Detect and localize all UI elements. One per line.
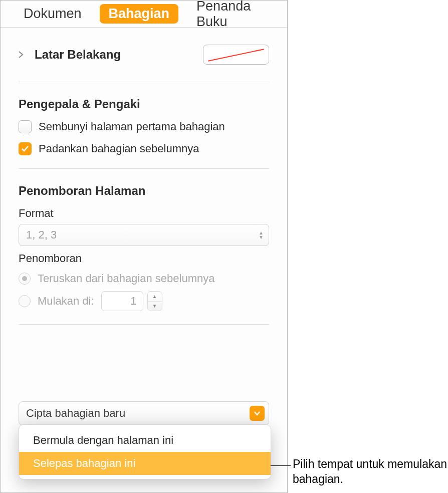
divider (19, 82, 269, 82)
inspector-panel: Dokumen Bahagian Penanda Buku Latar Bela… (0, 0, 288, 493)
stepper-down[interactable]: ▼ (148, 302, 162, 311)
format-label: Format (19, 207, 269, 220)
match-previous-checkbox[interactable] (19, 142, 32, 155)
format-value: 1, 2, 3 (26, 228, 57, 241)
background-label: Latar Belakang (35, 48, 121, 62)
match-previous-checkbox-row[interactable]: Padankan bahagian sebelumnya (19, 142, 269, 155)
start-at-stepper[interactable]: ▲ ▼ (147, 291, 162, 311)
header-footer-heading: Pengepala & Pengaki (19, 97, 269, 111)
continue-radio-label: Teruskan dari bahagian sebelumnya (38, 272, 214, 285)
tab-dokumen[interactable]: Dokumen (15, 4, 91, 24)
create-section-button[interactable]: Cipta bahagian baru (19, 401, 269, 425)
hide-first-page-label: Sembunyi halaman pertama bahagian (39, 120, 225, 133)
callout-text: Pilih tempat untuk memulakan bahagian. (293, 457, 448, 487)
start-at-radio[interactable] (19, 295, 31, 307)
continue-radio-row[interactable]: Teruskan dari bahagian sebelumnya (19, 272, 269, 285)
tab-bahagian[interactable]: Bahagian (100, 4, 179, 24)
background-disclosure[interactable]: Latar Belakang (19, 48, 121, 62)
page-numbering-heading: Penomboran Halaman (19, 184, 269, 198)
numbering-label: Penomboran (19, 252, 269, 265)
background-color-well[interactable] (203, 45, 269, 65)
menu-item-after-this[interactable]: Selepas bahagian ini (19, 452, 271, 475)
continue-radio[interactable] (19, 273, 31, 285)
chevron-down-icon (250, 406, 265, 421)
divider (19, 324, 269, 325)
callout-line (271, 465, 291, 466)
create-section-menu: Bermula dengan halaman ini Selepas bahag… (19, 424, 271, 479)
divider (19, 168, 269, 169)
hide-first-page-checkbox[interactable] (19, 120, 32, 133)
callout: Pilih tempat untuk memulakan bahagian. (271, 462, 271, 462)
chevron-right-icon (19, 48, 26, 61)
format-select[interactable]: 1, 2, 3 ▲▼ (19, 224, 269, 246)
updown-icon: ▲▼ (259, 231, 264, 239)
match-previous-label: Padankan bahagian sebelumnya (39, 142, 199, 155)
menu-item-start-here[interactable]: Bermula dengan halaman ini (19, 429, 271, 452)
stepper-up[interactable]: ▲ (148, 292, 162, 302)
tab-bar: Dokumen Bahagian Penanda Buku (1, 1, 287, 28)
tab-penanda-buku[interactable]: Penanda Buku (187, 0, 273, 32)
start-at-radio-label: Mulakan di: (38, 295, 94, 308)
start-at-input[interactable] (101, 291, 143, 311)
start-at-radio-row[interactable]: Mulakan di: ▲ ▼ (19, 291, 269, 311)
hide-first-page-checkbox-row[interactable]: Sembunyi halaman pertama bahagian (19, 120, 269, 133)
create-section-label: Cipta bahagian baru (26, 407, 125, 420)
